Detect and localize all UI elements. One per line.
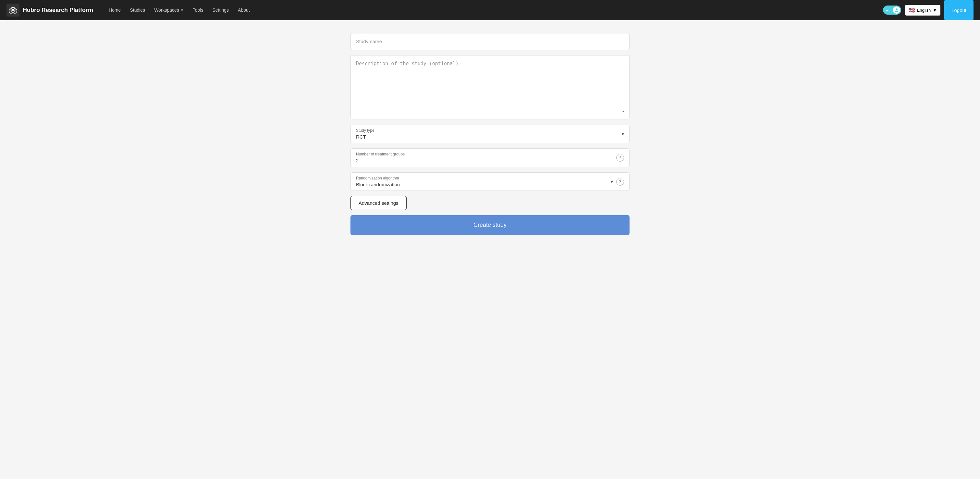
flag-icon: 🇺🇸 xyxy=(908,7,915,13)
treatment-groups-input[interactable] xyxy=(356,158,613,163)
brand-name: Hubro Research Platform xyxy=(23,7,93,14)
toggle-left-icon: ☁ xyxy=(885,8,889,12)
treatment-groups-label: Number of treatment groups xyxy=(356,152,613,156)
nav-workspaces[interactable]: Workspaces ▼ xyxy=(150,5,188,15)
treatment-groups-field: Number of treatment groups ? xyxy=(350,148,630,167)
toggle-knob xyxy=(893,6,900,14)
treatment-groups-help-icon[interactable]: ? xyxy=(616,154,624,162)
description-field xyxy=(350,55,630,119)
theme-toggle[interactable]: ☁ xyxy=(883,6,901,14)
logout-button[interactable]: Logout xyxy=(944,0,974,20)
main-content: Study type RCT ▾ RCT Observational Cohor… xyxy=(344,33,636,235)
randomization-icons: ▾ ? xyxy=(611,178,624,186)
study-type-field[interactable]: Study type RCT ▾ RCT Observational Cohor… xyxy=(350,125,630,143)
language-selector[interactable]: 🇺🇸 English ▼ xyxy=(905,5,941,16)
nav-studies[interactable]: Studies xyxy=(126,5,149,15)
study-name-input[interactable] xyxy=(356,39,624,44)
randomization-chevron-icon[interactable]: ▾ xyxy=(611,179,613,184)
svg-point-5 xyxy=(14,10,15,11)
workspaces-chevron-icon: ▼ xyxy=(180,8,184,12)
navbar-right: ☁ 🇺🇸 English ▼ Logout xyxy=(883,0,974,20)
language-label: English xyxy=(917,8,931,13)
nav-about[interactable]: About xyxy=(234,5,254,15)
svg-rect-0 xyxy=(6,3,19,17)
nav-menu: Home Studies Workspaces ▼ Tools Settings… xyxy=(105,5,878,15)
language-chevron-icon: ▼ xyxy=(932,8,937,13)
randomization-field[interactable]: Randomization algorithm Block randomizat… xyxy=(350,172,630,191)
nav-tools[interactable]: Tools xyxy=(189,5,207,15)
svg-point-4 xyxy=(11,10,12,11)
brand: Hubro Research Platform xyxy=(6,3,93,17)
owl-logo-icon xyxy=(6,3,19,17)
study-name-field xyxy=(350,33,630,50)
create-study-button[interactable]: Create study xyxy=(350,215,630,235)
svg-point-6 xyxy=(896,8,897,10)
nav-settings[interactable]: Settings xyxy=(208,5,233,15)
advanced-settings-container: Advanced settings xyxy=(350,196,630,210)
randomization-help-icon[interactable]: ? xyxy=(616,178,624,186)
description-textarea[interactable] xyxy=(356,61,624,113)
advanced-settings-button[interactable]: Advanced settings xyxy=(350,196,407,210)
navbar: Hubro Research Platform Home Studies Wor… xyxy=(0,0,980,20)
nav-home[interactable]: Home xyxy=(105,5,125,15)
person-icon xyxy=(894,8,899,12)
